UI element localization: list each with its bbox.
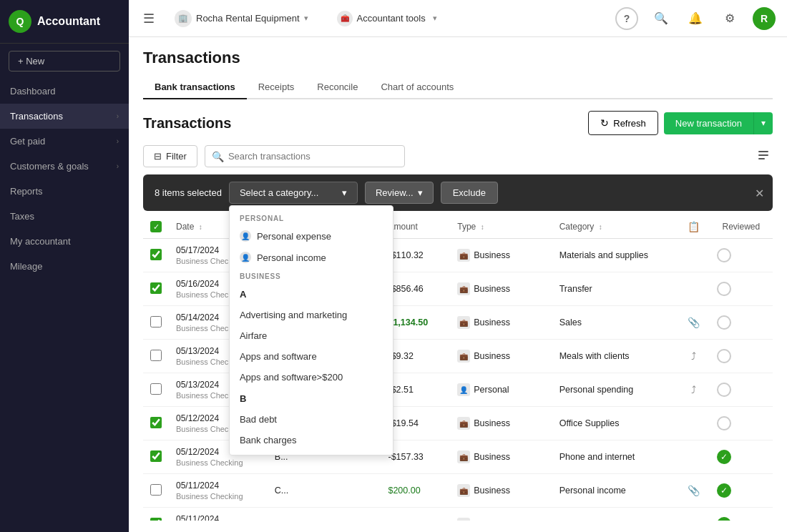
select-all-header[interactable]: ✓ xyxy=(143,215,169,239)
share-icon: ⤴ xyxy=(691,384,696,395)
new-button[interactable]: + New xyxy=(9,51,120,72)
row-checkbox[interactable] xyxy=(143,508,169,521)
row-type: 💼Business xyxy=(450,272,552,306)
row-checkbox[interactable] xyxy=(143,407,169,440)
row-notes xyxy=(678,508,710,521)
row-category: Phone and internet xyxy=(552,440,678,474)
header-actions: ↻ Refresh New transaction ▾ xyxy=(588,111,773,135)
avatar-button[interactable]: R xyxy=(753,7,776,30)
row-category: Personal spending xyxy=(552,373,678,407)
sidebar-logo: Q Accountant xyxy=(0,0,129,44)
notifications-button[interactable]: 🔔 xyxy=(684,7,707,30)
sidebar-item-dashboard[interactable]: Dashboard xyxy=(0,79,129,104)
filter-bar: ⊟ Filter 🔍 xyxy=(143,145,773,167)
row-category: Personal income xyxy=(552,474,678,508)
category-header[interactable]: Category ↕ xyxy=(552,215,678,239)
svg-rect-2 xyxy=(758,158,765,159)
dropdown-item-bad-debt[interactable]: Bad debt xyxy=(230,409,393,430)
row-checkbox[interactable] xyxy=(143,440,169,474)
category-dropdown[interactable]: PERSONAL 👤 Personal expense 👤 Personal i… xyxy=(229,205,394,455)
dropdown-item-advertising[interactable]: Advertising and marketing xyxy=(230,305,393,325)
sidebar-item-mileage[interactable]: Mileage xyxy=(0,254,129,279)
section-title: Transactions xyxy=(143,115,231,132)
filter-button[interactable]: ⊟ Filter xyxy=(143,145,197,167)
review-button[interactable]: Review... ▾ xyxy=(365,182,434,204)
row-checkbox[interactable] xyxy=(143,474,169,508)
exclude-button[interactable]: Exclude xyxy=(441,182,498,204)
dropdown-letter-b: B xyxy=(230,388,393,409)
row-category: Meals with clients xyxy=(552,340,678,373)
tab-reconcile[interactable]: Reconcile xyxy=(305,76,369,99)
notes-header: 📋 xyxy=(678,215,710,239)
new-transaction-dropdown-button[interactable]: ▾ xyxy=(753,112,773,134)
sidebar-item-getpaid[interactable]: Get paid › xyxy=(0,129,129,154)
row-category: Transfer xyxy=(552,272,678,306)
row-notes[interactable]: ⤴ xyxy=(678,340,710,373)
briefcase-icon: 💼 xyxy=(457,282,470,295)
category-placeholder: Select a category... xyxy=(240,187,318,198)
settings-button[interactable]: ⚙ xyxy=(718,7,741,30)
search-icon: 🔍 xyxy=(212,151,224,162)
category-select-button[interactable]: Select a category... ▾ xyxy=(229,182,358,204)
personal-section-header: PERSONAL xyxy=(230,210,393,225)
row-checkbox[interactable] xyxy=(143,340,169,373)
app-name: Accountant xyxy=(37,15,100,28)
row-amount: -$1,200.00 xyxy=(381,508,450,521)
row-checkbox[interactable] xyxy=(143,306,169,340)
refresh-button[interactable]: ↻ Refresh xyxy=(588,111,658,135)
tools-selector[interactable]: 🧰 Accountant tools ▾ xyxy=(331,8,443,29)
reviewed-check-icon: ✓ xyxy=(717,450,731,464)
company-chevron-icon: ▾ xyxy=(304,14,308,23)
topbar-icons: ? 🔍 🔔 ⚙ R xyxy=(615,7,776,30)
dropdown-letter-a: A xyxy=(230,283,393,305)
tab-bank-transactions[interactable]: Bank transactions xyxy=(143,76,247,99)
content-area: Transactions Bank transactions Receipts … xyxy=(129,37,787,532)
row-reviewed: ✓ xyxy=(710,508,773,521)
help-button[interactable]: ? xyxy=(615,7,638,30)
row-checkbox[interactable] xyxy=(143,272,169,306)
row-notes xyxy=(678,407,710,440)
new-transaction-button[interactable]: New transaction xyxy=(664,112,753,134)
share-icon: ⤴ xyxy=(691,350,696,362)
sort-columns-button[interactable] xyxy=(754,146,773,167)
dropdown-item-apps-software[interactable]: Apps and software xyxy=(230,346,393,367)
sidebar-item-transactions[interactable]: Transactions › xyxy=(0,104,129,129)
hamburger-button[interactable]: ☰ xyxy=(140,8,157,29)
row-notes[interactable]: 📎 xyxy=(678,474,710,508)
person-type-icon: 👤 xyxy=(457,383,470,396)
row-notes xyxy=(678,440,710,474)
sidebar-item-reports[interactable]: Reports xyxy=(0,179,129,204)
tools-icon: 🧰 xyxy=(337,11,353,26)
sidebar-item-customers[interactable]: Customers & goals › xyxy=(0,154,129,179)
briefcase-icon: 💼 xyxy=(457,518,470,521)
row-reviewed xyxy=(710,306,773,340)
row-type: 💼Business xyxy=(450,239,552,272)
row-notes[interactable]: 📎 xyxy=(678,306,710,340)
close-selection-button[interactable]: ✕ xyxy=(755,186,764,200)
row-checkbox[interactable] xyxy=(143,239,169,272)
type-header[interactable]: Type ↕ xyxy=(450,215,552,239)
tab-receipts[interactable]: Receipts xyxy=(247,76,306,99)
row-category: Contract labor xyxy=(552,508,678,521)
search-input[interactable] xyxy=(205,145,405,167)
tab-chart-of-accounts[interactable]: Chart of accounts xyxy=(369,76,465,99)
row-notes[interactable]: ⤴ xyxy=(678,373,710,407)
row-type: 💼Business xyxy=(450,474,552,508)
dropdown-item-airfare[interactable]: Airfare xyxy=(230,325,393,346)
sidebar-item-taxes[interactable]: Taxes xyxy=(0,204,129,229)
table-row: 05/11/2024Business Checking Bill's Winds… xyxy=(143,508,773,521)
search-button[interactable]: 🔍 xyxy=(650,7,673,30)
row-category: Materials and supplies xyxy=(552,239,678,272)
company-selector[interactable]: 🏢 Rocha Rental Equipment ▾ xyxy=(169,7,314,30)
dropdown-item-apps-software-200[interactable]: Apps and software>$200 xyxy=(230,367,393,388)
row-name: C... xyxy=(268,474,381,508)
selection-bar: 8 items selected Select a category... ▾ … xyxy=(143,174,773,211)
person-icon: 👤 xyxy=(240,230,251,242)
row-date: 05/11/2024Business Checking xyxy=(169,508,268,521)
sidebar-item-myaccountant[interactable]: My accountant xyxy=(0,229,129,254)
row-checkbox[interactable] xyxy=(143,373,169,407)
dropdown-item-personal-income[interactable]: 👤 Personal income xyxy=(230,247,393,268)
dropdown-item-bank-charges[interactable]: Bank charges xyxy=(230,430,393,450)
topbar: ☰ 🏢 Rocha Rental Equipment ▾ 🧰 Accountan… xyxy=(129,0,787,37)
dropdown-item-personal-expense[interactable]: 👤 Personal expense xyxy=(230,225,393,247)
